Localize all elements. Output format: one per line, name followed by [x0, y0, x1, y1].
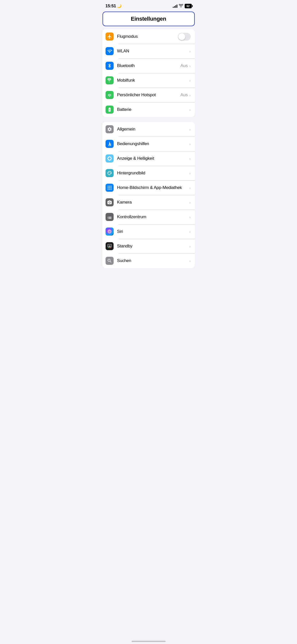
bluetooth-chevron: ›: [189, 64, 191, 68]
svg-point-17: [109, 247, 110, 248]
svg-rect-9: [109, 187, 110, 188]
settings-row-wlan[interactable]: WLAN ›: [103, 44, 195, 58]
signal-strength-icon: [173, 5, 177, 8]
bedienungshilfen-label: Bedienungshilfen: [117, 141, 189, 146]
settings-row-bluetooth[interactable]: Bluetooth Aus ›: [103, 58, 195, 73]
allgemein-icon: [106, 125, 114, 133]
svg-point-4: [110, 173, 111, 173]
hotspot-label: Persönlicher Hotspot: [117, 92, 181, 98]
suchen-icon: [106, 257, 114, 265]
svg-point-14: [109, 202, 110, 203]
wlan-label: WLAN: [117, 49, 188, 54]
hintergrundbild-icon: [106, 169, 114, 177]
wifi-status-icon: [179, 4, 183, 8]
svg-point-16: [108, 247, 109, 248]
kamera-label: Kamera: [117, 200, 189, 205]
mobilfunk-label: Mobilfunk: [117, 78, 189, 83]
settings-row-hotspot[interactable]: Persönlicher Hotspot Aus ›: [103, 88, 195, 102]
anzeige-label: Anzeige & Helligkeit: [117, 156, 189, 161]
flugmodus-toggle[interactable]: [178, 33, 191, 41]
settings-row-anzeige[interactable]: Anzeige & Helligkeit ›: [103, 151, 195, 166]
svg-rect-7: [111, 186, 111, 187]
svg-point-1: [108, 173, 109, 173]
settings-row-siri[interactable]: Siri ›: [103, 224, 195, 239]
status-bar: 15:51 🌙 62: [100, 0, 198, 11]
settings-group-system: Allgemein › Bedienungshilfen › Anzeige &…: [103, 122, 195, 268]
homescreen-chevron: ›: [189, 186, 191, 190]
status-time: 15:51 🌙: [106, 4, 122, 9]
anzeige-chevron: ›: [189, 156, 191, 161]
suchen-chevron: ›: [189, 259, 191, 263]
bedienungshilfen-icon: [106, 140, 114, 148]
battery-level: 62: [186, 5, 189, 8]
standby-label: Standby: [117, 244, 189, 249]
settings-row-batterie[interactable]: Batterie ›: [103, 102, 195, 117]
settings-row-allgemein[interactable]: Allgemein ›: [103, 122, 195, 137]
allgemein-label: Allgemein: [117, 127, 189, 132]
svg-point-0: [109, 142, 110, 143]
anzeige-icon: [106, 154, 114, 163]
batterie-chevron: ›: [189, 108, 191, 112]
allgemein-chevron: ›: [189, 127, 191, 132]
standby-chevron: ›: [189, 244, 191, 248]
settings-row-bedienungshilfen[interactable]: Bedienungshilfen ›: [103, 137, 195, 151]
settings-row-hintergrundbild[interactable]: Hintergrundbild ›: [103, 166, 195, 180]
battery-indicator: 62: [185, 4, 192, 8]
settings-row-mobilfunk[interactable]: Mobilfunk ›: [103, 73, 195, 88]
settings-row-suchen[interactable]: Suchen ›: [103, 253, 195, 268]
hotspot-value: Aus: [180, 92, 188, 98]
homescreen-icon: [106, 184, 114, 192]
status-right-icons: 62: [173, 4, 192, 8]
svg-point-3: [110, 172, 110, 173]
siri-icon: [106, 228, 114, 236]
settings-row-flugmodus[interactable]: Flugmodus: [103, 29, 195, 44]
svg-rect-6: [109, 186, 110, 187]
settings-row-standby[interactable]: Standby ›: [103, 239, 195, 253]
standby-icon: [106, 242, 114, 250]
bluetooth-label: Bluetooth: [117, 63, 181, 68]
mobilfunk-icon: [106, 76, 114, 84]
time-display: 15:51: [106, 4, 116, 9]
settings-row-kontrollzentrum[interactable]: Kontrollzentrum ›: [103, 210, 195, 224]
settings-group-connectivity: Flugmodus WLAN › Bluetooth Aus ›: [103, 29, 195, 117]
hintergrundbild-label: Hintergrundbild: [117, 171, 189, 176]
kontrollzentrum-label: Kontrollzentrum: [117, 214, 189, 219]
batterie-icon: [106, 106, 114, 114]
flugmodus-label: Flugmodus: [117, 34, 178, 39]
svg-point-2: [109, 172, 109, 173]
flugmodus-icon: [106, 33, 114, 41]
svg-rect-8: [108, 187, 108, 188]
mobilfunk-chevron: ›: [189, 78, 191, 83]
wlan-icon: [106, 47, 114, 55]
svg-rect-5: [108, 186, 108, 187]
batterie-label: Batterie: [117, 107, 189, 112]
settings-row-homescreen[interactable]: Home-Bildschirm & App-Mediathek ›: [103, 180, 195, 195]
svg-rect-12: [109, 189, 110, 189]
bedienungshilfen-chevron: ›: [189, 142, 191, 146]
hotspot-chevron: ›: [189, 93, 191, 97]
svg-point-18: [110, 247, 111, 248]
svg-rect-10: [111, 187, 111, 188]
kamera-icon: [106, 198, 114, 206]
hotspot-icon: [106, 91, 114, 99]
kontrollzentrum-chevron: ›: [189, 215, 191, 219]
svg-rect-15: [108, 244, 111, 247]
siri-label: Siri: [117, 229, 189, 234]
kontrollzentrum-icon: [106, 213, 114, 221]
homescreen-label: Home-Bildschirm & App-Mediathek: [117, 185, 189, 190]
siri-chevron: ›: [189, 230, 191, 234]
bluetooth-icon: [106, 62, 114, 70]
moon-icon: 🌙: [117, 4, 122, 8]
svg-rect-11: [108, 189, 108, 189]
wlan-chevron: ›: [189, 49, 191, 53]
settings-row-kamera[interactable]: Kamera ›: [103, 195, 195, 210]
page-title: Einstellungen: [131, 16, 166, 22]
suchen-label: Suchen: [117, 258, 189, 263]
page-title-container: Einstellungen: [103, 12, 195, 26]
svg-rect-13: [111, 189, 111, 189]
bluetooth-value: Aus: [180, 63, 188, 68]
hintergrundbild-chevron: ›: [189, 171, 191, 175]
kamera-chevron: ›: [189, 200, 191, 205]
